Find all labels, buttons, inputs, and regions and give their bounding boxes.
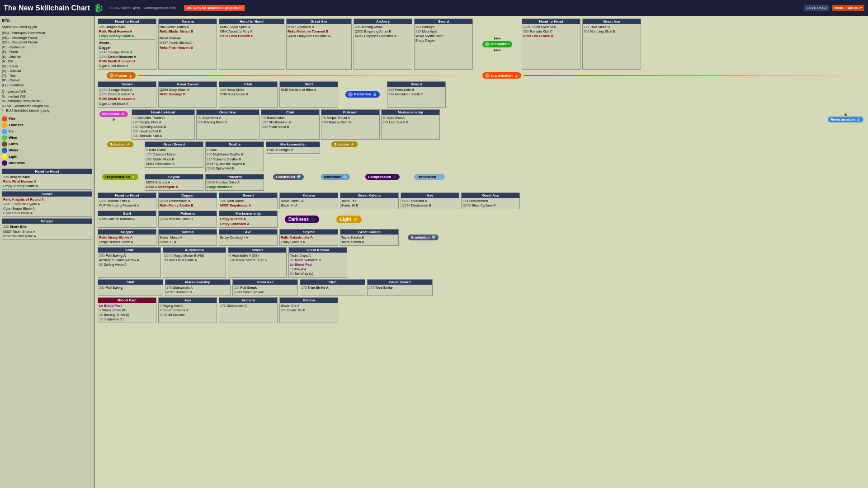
swl-2: M357 Requiescat A bbox=[220, 203, 276, 208]
scy-1: 5 Slice bbox=[207, 148, 263, 152]
greatkatana-lower-body: Tachi: Ten Blade: Hi B bbox=[341, 199, 397, 208]
elem-earth: Earth bbox=[2, 141, 92, 147]
page-wrapper: The New Skillchain Chart 🐉 © 2012 Arciel… bbox=[0, 0, 868, 488]
thunder-label: Thunder bbox=[9, 123, 23, 127]
hth-c2-2: MNK Ascetic's Fury A bbox=[220, 29, 283, 34]
hth-c1-7: Q259 Death Blossom A bbox=[99, 55, 155, 59]
hth-col2-body: M357 Shijin Spiral A MNK Ascetic's Fury … bbox=[220, 25, 283, 38]
hth-c1-5: Dagger bbox=[99, 46, 155, 50]
distortion-label: Distortion 💧 bbox=[345, 91, 380, 98]
polearm-bottom-hdr: Polearm bbox=[206, 174, 264, 179]
gravitation-bottom-label: Gravitation 🌍 bbox=[408, 235, 438, 240]
light-text: Light bbox=[340, 217, 351, 222]
marksmanship-special-body: 175 Sidewinder A M357 Ruinator B bbox=[166, 286, 229, 295]
katrb-2: 250 Blade: Ku B bbox=[281, 308, 337, 313]
hth-1: 225 Dragon Kick bbox=[3, 175, 91, 179]
swm-4: Cgpn Uniel Blade A bbox=[99, 102, 155, 106]
autsp-1: Q240 Magic Mortar B (HS) bbox=[164, 253, 225, 258]
sidebar-sword-content: Relic Knights of Round A Q249 Chant du C… bbox=[3, 197, 91, 216]
quality-q: Q - quested WS bbox=[2, 89, 92, 94]
gac-1: 70 Sturmwind A bbox=[198, 116, 258, 120]
greatkatana-final-hdr: Great Katana bbox=[340, 230, 398, 235]
kat-divider bbox=[160, 35, 216, 35]
chart-row-staff200: Staff 200 Full Swing Marksmanship 175 Si… bbox=[98, 279, 865, 296]
gravitation-bottom-icon: 🌍 bbox=[431, 235, 436, 239]
gravitation-bottom-node: Gravitation 🌍 bbox=[401, 229, 446, 246]
sword-mid-hdr: Sword bbox=[98, 82, 156, 87]
axe-lower: Axe M357 Ruinator A Q240 Decimation B bbox=[401, 192, 459, 209]
dark-dot bbox=[2, 160, 7, 166]
polearm-lower: Polearm Q240 Impulse Drive B bbox=[158, 211, 217, 227]
sidebar-hth-content: 225 Dragon Kick Relic Final Heaven A Emp… bbox=[3, 175, 91, 188]
ga-c1-2: Relic Metatron Torment B bbox=[288, 29, 350, 34]
hth-lower-body: Q250 Asuran Fists A PUP Stringing Pummel… bbox=[99, 199, 155, 208]
fusion-sym bbox=[109, 73, 114, 78]
quality-m: M - merited WS bbox=[2, 94, 92, 99]
dagger-lower-body: Q230 Evisceration A Relic Mercy Stroke B bbox=[160, 199, 216, 208]
polearm-bottom-body: Q240 Impulse Drive A Empy Wildfire B bbox=[207, 180, 263, 189]
compression-node: Compression 🌑 bbox=[360, 174, 405, 180]
gkf-1: Tachi: Kasha B bbox=[341, 235, 397, 240]
greataxe-right-body: 175 True Strike B 300 Numbing Shot B bbox=[584, 25, 640, 34]
greatkatana-lower: Great Katana Tachi: Ten Blade: Hi B bbox=[340, 192, 399, 209]
impaction-left-icon: ⚡ bbox=[121, 112, 125, 116]
clc-1: 70 Brainshaker bbox=[262, 116, 318, 120]
legend-d: (D) - Diablos bbox=[2, 55, 92, 60]
katl-1: Blade: Metsu A bbox=[281, 199, 337, 203]
sword-1: Relic Knights of Round A bbox=[3, 197, 91, 202]
axe-final-hdr: Axe bbox=[219, 230, 277, 235]
sw-c1-2: 125 Moonlight bbox=[415, 29, 472, 34]
hth-c1-1: 225 Dragon Kick bbox=[99, 25, 155, 29]
hthr-3: Relic Fell Cleave B bbox=[523, 34, 579, 38]
elem-wind: Wind bbox=[2, 135, 92, 141]
detonation-label: Detonation bbox=[482, 41, 513, 47]
greataxe-center-body: 70 Sturmwind A 200 Raging Rush B bbox=[198, 116, 258, 125]
impaction-left-label: Impaction ⚡ bbox=[99, 111, 128, 117]
hthr-2: 300 Tornado Kick C bbox=[523, 29, 579, 34]
greataxe-lower: Great Axe 71 Disseverment Q240 Steel Cyc… bbox=[461, 192, 520, 209]
hth-c1-8: RDM Death Blossom A bbox=[99, 59, 155, 64]
katana-rightbottom: Katana Blade: Chi A 250 Blade: Ku B bbox=[279, 297, 338, 324]
scission-node: Scission ⚡ bbox=[98, 141, 143, 147]
greatkatana-right-hdr: Great Katana bbox=[289, 248, 347, 253]
plc-2: 200 Raging Rush B bbox=[322, 120, 378, 125]
hth-col1: Hand-to-Hand 225 Dragon Kick Relic Final… bbox=[98, 19, 156, 70]
gkr-1: Tachi: Jinpu A bbox=[290, 253, 346, 258]
sw-c1-1: 100 Starlight bbox=[415, 25, 472, 29]
clc-3: 290 Flash Nova B bbox=[262, 125, 318, 129]
club-center: Club 70 Brainshaker 150 Skullbreaker B 2… bbox=[261, 109, 320, 140]
impaction-left-text: Impaction bbox=[102, 112, 119, 116]
polearm-bottom: Polearm Q240 Impulse Drive A Empy Wildfi… bbox=[205, 174, 264, 191]
copyright: © 2012 Arciel Spira bbox=[109, 6, 140, 10]
katana-lower-hdr: Katana bbox=[280, 193, 338, 198]
hth-divider1 bbox=[99, 39, 155, 40]
compression-icon: 🌑 bbox=[392, 175, 397, 179]
greatsword-scission-hdr: Great Sword bbox=[145, 142, 203, 147]
kat-c1-1: NIN Blade: Kamu A bbox=[160, 25, 216, 29]
mythic-note: Mythic WS listed by job. bbox=[2, 25, 92, 30]
greataxe-center-hdr: Great Axe bbox=[197, 110, 259, 115]
staff-lower: Staff Relic Gate of Tartarus A bbox=[98, 211, 156, 227]
sword-3: Cgpn Sieger Blade A bbox=[3, 206, 91, 211]
elem-dark: Darkness bbox=[2, 160, 92, 166]
marksmanship-special: Marksmanship 175 Sidewinder A M357 Ruina… bbox=[165, 279, 231, 296]
gss-1: 5 Hard Slash bbox=[146, 148, 202, 152]
elem-ice: Ice bbox=[2, 129, 92, 134]
sw-c1-3: WHM Mystic Boon bbox=[415, 34, 472, 38]
hth-right: Hand-to-Hand Q240 Steel Cyclone B 300 To… bbox=[522, 19, 580, 70]
transfixion-label: Transfixion 💧 bbox=[414, 174, 445, 180]
gkr-4: 1 Claw (G) bbox=[290, 267, 346, 272]
plb-2: Empy Wildfire B bbox=[207, 185, 263, 189]
katana-col1: Katana NIN Blade: Kamu A Relic Blade: Me… bbox=[158, 19, 217, 70]
impaction-down-arrow: ▼ bbox=[111, 117, 116, 122]
marks-scission: Marksmanship RNG Trueflight B bbox=[266, 141, 320, 154]
legend-i: (I) - Ifrit bbox=[2, 59, 92, 64]
staff-special: Staff 200 Full Swing A Archery 5 Flaming… bbox=[98, 247, 161, 278]
hth-lower-hdr: Hand-to-Hand bbox=[98, 193, 156, 198]
fusion-label: Fusion 🔥 bbox=[107, 72, 136, 79]
fire-label: Fire bbox=[9, 117, 15, 121]
axe-final: Axe Empy Onslaught A bbox=[219, 229, 278, 246]
hth-lower: Hand-to-Hand Q250 Asuran Fists A PUP Str… bbox=[98, 192, 156, 209]
gar-2: 300 Numbing Shot B bbox=[584, 29, 640, 34]
axe-blood-body: 5 Raging Axe A 70 Earth Crusher 4 70 She… bbox=[160, 304, 216, 317]
